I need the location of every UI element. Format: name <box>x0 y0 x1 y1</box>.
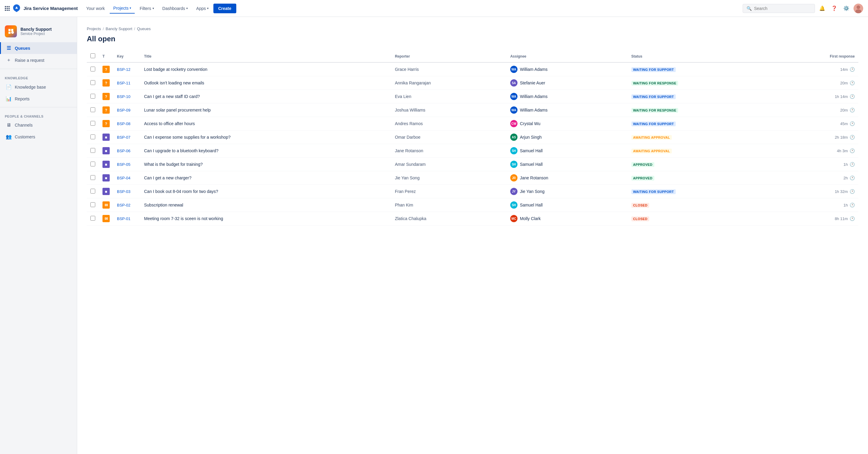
create-button[interactable]: Create <box>213 4 236 13</box>
row-checkbox[interactable] <box>90 107 95 112</box>
issue-title[interactable]: Lunar solar panel procurement help <box>144 108 211 113</box>
dashboards-nav[interactable]: Dashboards ▾ <box>159 4 192 13</box>
select-all-checkbox[interactable] <box>90 53 95 58</box>
first-response: 1h 🕐 <box>776 203 855 207</box>
issue-title[interactable]: Meeting room 7-32 is sceen is not workin… <box>144 216 223 221</box>
row-checkbox[interactable] <box>90 175 95 180</box>
row-title-cell: Can I upgrade to a bluetooth keyboard? <box>141 144 391 158</box>
row-title-cell: Subscription renewal <box>141 199 391 212</box>
row-checkbox[interactable] <box>90 80 95 85</box>
row-checkbox-cell <box>87 171 99 185</box>
issue-title[interactable]: Access to office after hours <box>144 121 195 126</box>
row-reporter-cell: Amar Sundaram <box>391 158 507 171</box>
sidebar-item-queues[interactable]: ☰ Queues <box>0 42 77 54</box>
row-title-cell: What is the budget for training? <box>141 158 391 171</box>
issue-key[interactable]: BSP-11 <box>117 81 130 85</box>
row-first-response-cell: 4h 3m 🕐 <box>772 144 858 158</box>
projects-chevron: ▾ <box>130 6 131 10</box>
row-checkbox[interactable] <box>90 121 95 126</box>
issue-type-icon: ■ <box>102 161 110 168</box>
help-button[interactable]: ❓ <box>830 4 839 13</box>
filters-nav[interactable]: Filters ▾ <box>136 4 157 13</box>
projects-nav[interactable]: Projects ▾ <box>110 3 135 13</box>
reporter-name: Fran Perez <box>395 189 415 194</box>
app-switcher-icon[interactable] <box>5 6 10 11</box>
logo-link[interactable]: Jira Service Management <box>12 4 78 13</box>
clock-icon: 🕐 <box>849 81 855 85</box>
search-box[interactable]: 🔍 <box>743 4 815 13</box>
issue-key[interactable]: BSP-08 <box>117 121 130 126</box>
issue-title[interactable]: Can I expense some supplies for a worksh… <box>144 135 230 140</box>
issue-title[interactable]: Subscription renewal <box>144 203 183 207</box>
row-checkbox[interactable] <box>90 161 95 167</box>
row-first-response-cell: 20m 🕐 <box>772 103 858 117</box>
settings-button[interactable]: ⚙️ <box>841 4 851 13</box>
row-first-response-cell: 14m 🕐 <box>772 62 858 76</box>
issue-key[interactable]: BSP-07 <box>117 135 130 140</box>
first-response: 4h 3m 🕐 <box>776 148 855 153</box>
table-row: ■ BSP-05 What is the budget for training… <box>87 158 858 171</box>
issue-key[interactable]: BSP-12 <box>117 67 130 72</box>
row-checkbox[interactable] <box>90 189 95 193</box>
row-checkbox[interactable] <box>90 134 95 139</box>
topnav: Jira Service Management Your work Projec… <box>0 0 868 17</box>
assignee-avatar: JY <box>510 188 518 195</box>
first-response-time: 45m <box>840 121 848 126</box>
issue-key[interactable]: BSP-05 <box>117 162 130 167</box>
svg-point-0 <box>857 5 860 9</box>
first-response-time: 1h <box>844 203 848 207</box>
assignee-cell: SH Samuel Hall <box>510 147 624 154</box>
row-checkbox[interactable] <box>90 148 95 153</box>
breadcrumb-queues[interactable]: Queues <box>137 27 151 31</box>
issue-key[interactable]: BSP-06 <box>117 149 130 153</box>
issue-key[interactable]: BSP-03 <box>117 189 130 194</box>
first-response: 2h 18m 🕐 <box>776 135 855 140</box>
issue-title[interactable]: What is the budget for training? <box>144 162 203 167</box>
assignee-avatar: SH <box>510 201 518 209</box>
notifications-button[interactable]: 🔔 <box>817 4 827 13</box>
row-checkbox-cell <box>87 185 99 199</box>
status-badge: AWAITING APPROVAL <box>631 135 672 140</box>
issue-title[interactable]: Can I book out 8-04 room for two days? <box>144 189 218 194</box>
row-type-cell: ? <box>99 117 113 130</box>
your-work-nav[interactable]: Your work <box>83 4 108 13</box>
sidebar-item-reports[interactable]: 📊 Reports <box>0 93 77 104</box>
row-checkbox[interactable] <box>90 67 95 71</box>
issue-key[interactable]: BSP-09 <box>117 108 130 113</box>
row-checkbox[interactable] <box>90 202 95 207</box>
sidebar-item-raise-request[interactable]: ＋ Raise a request <box>0 54 77 66</box>
apps-nav[interactable]: Apps ▾ <box>193 4 212 13</box>
table-row: ■ BSP-07 Can I expense some supplies for… <box>87 130 858 144</box>
col-type: T <box>99 50 113 62</box>
breadcrumb-bancly-support[interactable]: Bancly Support <box>106 27 132 31</box>
issue-key[interactable]: BSP-01 <box>117 216 130 221</box>
issue-title[interactable]: Can I upgrade to a bluetooth keyboard? <box>144 148 218 153</box>
issue-key[interactable]: BSP-10 <box>117 94 130 99</box>
issue-type-icon: ? <box>102 66 110 73</box>
user-avatar[interactable] <box>854 4 863 13</box>
sidebar-item-channels[interactable]: 🖥 Channels <box>0 119 77 131</box>
issue-title[interactable]: Outlook isn't loading new emails <box>144 81 204 85</box>
issue-title[interactable]: Can I get a new staff ID card? <box>144 94 200 99</box>
row-type-cell: ■ <box>99 185 113 199</box>
reporter-name: Eva Lien <box>395 94 411 99</box>
row-status-cell: AWAITING APPROVAL <box>628 130 772 144</box>
first-response-time: 2h <box>844 176 848 180</box>
status-badge: WAITING FOR RESPONSE <box>631 81 678 86</box>
issue-key[interactable]: BSP-04 <box>117 176 130 180</box>
assignee-cell: SH Samuel Hall <box>510 161 624 168</box>
issue-key[interactable]: BSP-02 <box>117 203 130 207</box>
dashboards-chevron: ▾ <box>186 7 188 10</box>
search-input[interactable] <box>754 6 811 11</box>
breadcrumb-projects[interactable]: Projects <box>87 27 101 31</box>
sidebar-item-knowledge-base[interactable]: 📄 Knowledge base <box>0 81 77 93</box>
issue-title[interactable]: Can I get a new charger? <box>144 176 191 180</box>
issue-type-icon: ? <box>102 93 110 100</box>
table-row: ? BSP-09 Lunar solar panel procurement h… <box>87 103 858 117</box>
assignee-cell: SH Samuel Hall <box>510 201 624 209</box>
assignee-cell: MC Molly Clark <box>510 215 624 222</box>
sidebar-item-customers[interactable]: 👥 Customers <box>0 131 77 143</box>
row-checkbox[interactable] <box>90 216 95 221</box>
row-checkbox[interactable] <box>90 94 95 98</box>
issue-title[interactable]: Lost badge at rocketry convention <box>144 67 207 72</box>
